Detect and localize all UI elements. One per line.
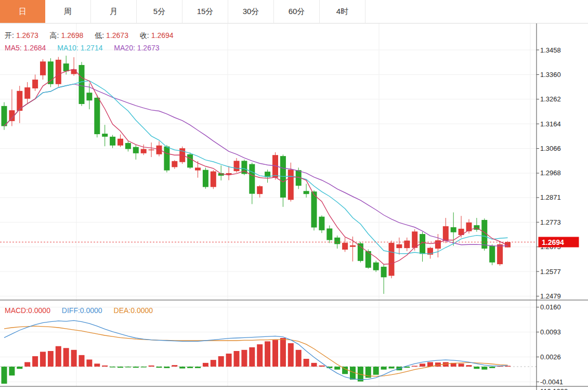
candle-body [86, 93, 92, 100]
ma20-line [4, 84, 508, 246]
candle-body [56, 60, 61, 84]
candle-body [234, 161, 240, 171]
low-value: 1.2673 [106, 31, 128, 40]
candle-body [2, 106, 7, 126]
macd-bar [226, 354, 232, 367]
close-value: 1.2694 [151, 31, 174, 40]
tab-5分[interactable]: 5分 [137, 0, 182, 23]
macd-axis-labels: 0.01600.00930.0026-0.0041 [537, 303, 563, 386]
candle-body [125, 143, 131, 149]
macd-tick-label: 0.0093 [540, 328, 561, 336]
ma20-value: MA20: 1.2673 [114, 44, 159, 52]
macd-bar [86, 359, 92, 367]
price-tick-label: 1.2968 [540, 169, 561, 177]
macd-bar [474, 367, 479, 369]
candles-group [2, 56, 511, 294]
next-panel-axis-label: 110.1233 [540, 387, 568, 390]
macd-bar [32, 356, 38, 367]
candle-body [342, 243, 348, 250]
macd-bar [272, 340, 278, 367]
macd-bar [296, 350, 302, 367]
candle-body [203, 170, 208, 187]
candle-body [358, 243, 363, 261]
candle-body [141, 149, 147, 153]
macd-bar [24, 362, 30, 367]
candle-body [326, 228, 332, 240]
macd-bar [218, 356, 224, 367]
high-label: 高: [50, 31, 59, 40]
candle-body [404, 241, 410, 249]
high-value: 1.2698 [61, 31, 84, 40]
tab-日[interactable]: 日 [0, 0, 45, 23]
clipped-next-panel-label: 110.1233 [540, 387, 568, 390]
candle-body [164, 147, 169, 171]
macd-bar [203, 363, 208, 367]
price-tick-label: 1.3262 [540, 95, 561, 103]
macd-bar [195, 367, 201, 368]
macd-bar [211, 360, 216, 367]
macd-bar [125, 367, 131, 368]
candle-body [412, 231, 417, 248]
candle-body [40, 61, 46, 75]
candle-body [396, 244, 402, 248]
candle-body [257, 186, 263, 194]
macd-bar [350, 367, 356, 380]
macd-bar [79, 355, 85, 367]
price-tick-label: 1.3164 [540, 120, 561, 128]
macd-bar [9, 367, 15, 375]
macd-bar [280, 338, 286, 367]
ma10-value: MA10: 1.2714 [57, 44, 102, 52]
macd-bar [412, 366, 417, 367]
tab-15分[interactable]: 15分 [182, 0, 228, 23]
candle-body [350, 245, 356, 247]
candle-body [187, 154, 193, 168]
diff-value: DIFF:0.0000 [62, 306, 102, 315]
tab-4时[interactable]: 4时 [320, 0, 365, 23]
macd-bar [373, 367, 379, 375]
candlestick-chart[interactable]: 1.34581.33601.32621.31641.30661.29681.28… [0, 0, 588, 390]
price-tick-label: 1.2479 [540, 292, 561, 300]
macd-bar [63, 348, 69, 367]
current-price-tag: 1.2694 [539, 237, 579, 248]
dea-line [4, 326, 508, 376]
macd-bar [56, 346, 61, 367]
macd-tick-label: -0.0041 [540, 378, 563, 386]
tab-月[interactable]: 月 [91, 0, 137, 23]
candle-body [288, 170, 294, 200]
candle-body [133, 147, 139, 153]
timeframe-tabbar: 日周月5分15分30分60分4时 [0, 0, 588, 23]
candle-body [211, 172, 216, 187]
macd-bar [234, 351, 240, 367]
macd-bar [94, 363, 100, 367]
macd-bar [489, 367, 495, 368]
candle-body [497, 244, 503, 264]
macd-value: MACD:0.0000 [5, 306, 50, 315]
candle-body [117, 139, 123, 146]
close-label: 收: [140, 31, 149, 40]
candle-body [373, 263, 379, 270]
tab-30分[interactable]: 30分 [228, 0, 274, 23]
open-value: 1.2673 [16, 31, 38, 40]
candle-body [435, 240, 441, 249]
panel-separators [0, 23, 588, 390]
macd-bar [381, 367, 387, 370]
macd-bar [179, 367, 185, 369]
macd-bar [334, 367, 340, 370]
candle-body [32, 80, 38, 88]
macd-bar [2, 367, 7, 384]
trading-chart-page: { "tabs": [ {"label": "日", "active": tru… [0, 0, 588, 390]
macd-bar [102, 366, 108, 367]
open-label: 开: [5, 31, 14, 40]
low-label: 低: [95, 31, 104, 40]
macd-bar [40, 352, 46, 367]
macd-bar [141, 367, 147, 368]
tab-60分[interactable]: 60分 [274, 0, 320, 23]
price-axis-labels: 1.34581.33601.32621.31641.30661.29681.28… [537, 46, 561, 301]
macd-bar [164, 367, 169, 368]
macd-bar [17, 367, 22, 369]
macd-bar [466, 365, 472, 367]
tab-周[interactable]: 周 [45, 0, 91, 23]
candle-body [443, 226, 449, 241]
candle-body [79, 65, 85, 104]
ohlc-legend: 开:1.2673 高:1.2698 低:1.2673 收:1.2694 [5, 31, 176, 41]
